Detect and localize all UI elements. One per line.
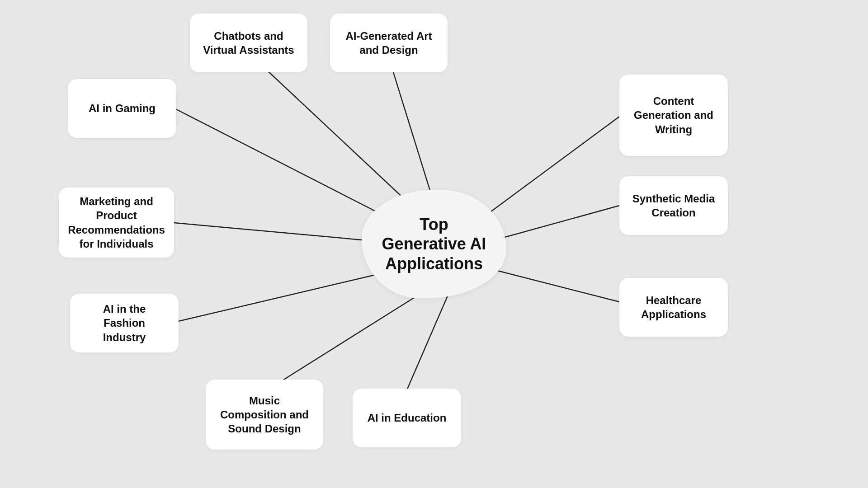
svg-line-1	[393, 72, 434, 203]
center-blob: Top Generative AI Applications	[362, 190, 506, 298]
card-art: AI-Generated Art and Design	[330, 14, 448, 72]
svg-line-8	[278, 294, 420, 383]
card-content: Content Generation and Writing	[619, 75, 728, 156]
mind-map-diagram: Top Generative AI Applications Chatbots …	[0, 0, 868, 488]
svg-line-9	[407, 296, 448, 390]
svg-line-4	[488, 206, 619, 242]
svg-line-3	[176, 109, 387, 217]
card-music: Music Composition and Sound Design	[206, 380, 323, 450]
svg-line-0	[267, 70, 411, 206]
card-gaming: AI in Gaming	[68, 79, 176, 138]
card-healthcare: Healthcare Applications	[619, 278, 728, 337]
card-fashion: AI in the Fashion Industry	[70, 294, 179, 352]
center-node: Top Generative AI Applications	[362, 190, 506, 298]
svg-line-5	[174, 223, 382, 242]
card-synthetic: Synthetic Media Creation	[619, 176, 728, 235]
svg-line-7	[176, 271, 391, 322]
card-chatbots: Chatbots and Virtual Assistants	[190, 14, 307, 72]
card-marketing: Marketing and Product Recommendations fo…	[59, 188, 174, 258]
card-education: AI in Education	[353, 389, 461, 447]
center-text: Top Generative AI Applications	[382, 215, 486, 273]
